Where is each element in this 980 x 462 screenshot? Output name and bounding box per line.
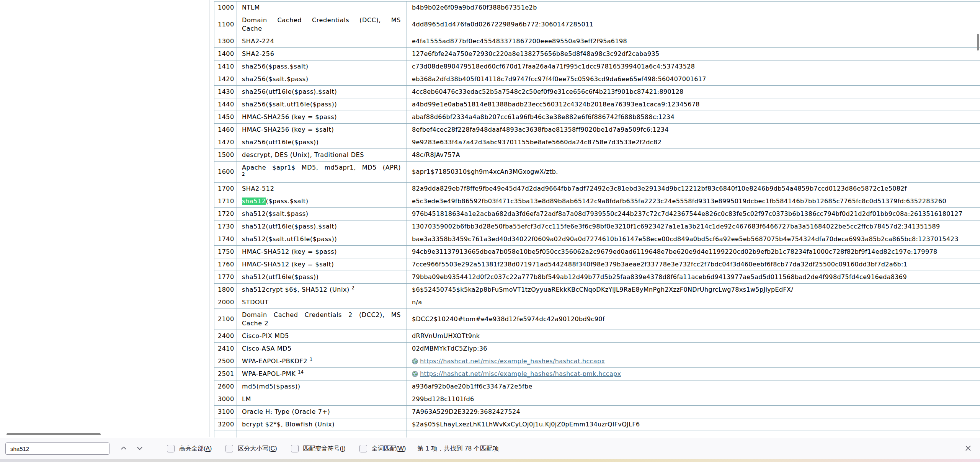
table-row: 1760HMAC-SHA512 (key = $salt)7cce966f550… [214,258,980,271]
table-row: 1100Domain Cached Credentials (DCC), MSC… [214,14,980,35]
mode-cell: 1440 [214,98,237,111]
table-row: 1430sha256(utf16le($pass).$salt)4cc8eb60… [214,86,980,98]
find-option-w[interactable]: 全词匹配(W) [359,445,406,453]
checkbox-icon[interactable] [359,445,367,452]
hash-value-cell: 48c/R8JAv757A [407,149,980,162]
table-row: 1400SHA2-256127e6fbfe24a750e72930c220a8e… [214,48,980,60]
table-row: 1730sha512(utf16le($pass).$salt)13070359… [214,220,980,233]
hash-name-cell [237,431,407,438]
mode-cell: 1000 [214,2,237,14]
mode-cell: 2600 [214,380,237,393]
hash-value-cell: $6$52450745$k5ka2p8bFuSmoVT1tzOyyuaREkkK… [407,284,980,296]
hash-name-cell: Domain Cached Credentials (DCC), MSCache [237,14,407,35]
hash-value-cell: 127e6fbfe24a750e72930c220a8e138275656b8e… [407,48,980,60]
hash-value-cell: 976b451818634a1e2acba682da3fd6efa72adf8a… [407,208,980,220]
hash-examples-table-wrap: 1000NTLMb4b9b02e6f09a9bd760f388b67351e2b… [214,1,980,438]
checkbox-icon[interactable] [167,445,175,452]
table-row: 1300SHA2-224e4fa1555ad877bf0ec4554833718… [214,35,980,48]
find-close-button[interactable] [962,442,975,455]
hash-value-cell: 7A963A529D2E3229:3682427524 [407,406,980,418]
find-option-a[interactable]: 高亮全部(A) [167,445,212,453]
hash-value-cell: 82a9dda829eb7f8ffe9fbe49e45d47d2dad9664f… [407,183,980,195]
table-row: 3200bcrypt $2*$, Blowfish (Unix)$2a$05$L… [214,418,980,431]
find-input[interactable] [5,442,109,455]
find-next-button[interactable] [133,442,146,455]
table-row: 1750HMAC-SHA512 (key = $pass)94cb9e31137… [214,246,980,258]
mode-cell: 1720 [214,208,237,220]
find-current-match: sha512 [242,198,266,205]
find-bar: 高亮全部(A)区分大小写(C)匹配变音符号(I)全词匹配(W) 第 1 项，共找… [0,438,980,459]
table-row: 1450HMAC-SHA256 (key = $pass)abaf88d66bf… [214,111,980,124]
mode-cell: 2400 [214,330,237,343]
checkbox-icon[interactable] [225,445,233,452]
hash-name-cell: WPA-EAPOL-PMK 14 [237,368,407,380]
checkbox-icon[interactable] [291,445,299,452]
hash-name-cell: Domain Cached Credentials 2 (DCC2), MSCa… [237,309,407,330]
bottom-edge-strip [0,459,980,462]
footnote-ref[interactable]: 2 [352,285,355,291]
checkbox-label: 区分大小写(C) [238,445,277,453]
hash-name-cell: sha256($salt.$pass) [237,73,407,86]
globe-icon [412,371,418,377]
external-link[interactable]: https://hashcat.net/misc/example_hashes/… [420,370,621,377]
table-row: 2501WPA-EAPOL-PMK 14https://hashcat.net/… [214,368,980,380]
find-option-i[interactable]: 匹配变音符号(I) [291,445,346,453]
hash-name-cell: HMAC-SHA512 (key = $pass) [237,246,407,258]
hash-name-cell: sha256(utf16le($pass).$salt) [237,86,407,98]
hash-name-cell: Cisco-PIX MD5 [237,330,407,343]
mode-cell: 1500 [214,149,237,162]
find-option-c[interactable]: 区分大小写(C) [225,445,277,453]
hash-value-cell: 8efbef4cec28f228fa948daaf4893ac3638fbae8… [407,124,980,136]
hash-value-cell: eb368a2dfd38b405f014118c7d9747fcc97f4f0e… [407,73,980,86]
hash-name-cell: sha512crypt $6$, SHA512 (Unix) 2 [237,284,407,296]
footnote-ref[interactable]: 1 [310,357,313,362]
hash-name-cell: sha512($pass.$salt) [237,195,407,208]
hash-value-cell: 4cc8eb60476c33edac52b5a7548c2c50ef0f9e31… [407,86,980,98]
vertical-scrollbar-thumb[interactable] [977,34,979,51]
mode-cell: 3100 [214,406,237,418]
hash-name-cell: LM [237,393,407,406]
hash-name-cell: sha512(utf16le($pass)) [237,271,407,284]
mode-cell: 1740 [214,233,237,246]
checkbox-label: 高亮全部(A) [179,445,212,453]
mode-cell: 1760 [214,258,237,271]
table-row: 3000LM299bd128c1101fd6 [214,393,980,406]
footnote-ref[interactable]: 2 [242,171,245,177]
mode-cell: 2500 [214,355,237,368]
hash-name-cell: WPA-EAPOL-PBKDF2 1 [237,355,407,368]
hash-value-cell: e4fa1555ad877bf0ec455483371867200eee8955… [407,35,980,48]
table-row: 1800sha512crypt $6$, SHA512 (Unix) 2$6$5… [214,284,980,296]
hash-value-cell: 79bba09eb9354412d0f2c037c22a777b8bf549ab… [407,271,980,284]
mode-cell: 1710 [214,195,237,208]
mode-cell: 2100 [214,309,237,330]
close-icon [964,444,972,453]
hash-name-cell: Oracle H: Type (Oracle 7+) [237,406,407,418]
hash-name-cell: Cisco-ASA MD5 [237,343,407,355]
hash-name-cell: sha512($salt.utf16le($pass)) [237,233,407,246]
find-previous-button[interactable] [117,442,130,455]
content-divider [209,0,209,437]
horizontal-scrollbar-thumb[interactable] [7,433,101,435]
table-row: 1000NTLMb4b9b02e6f09a9bd760f388b67351e2b [214,2,980,14]
mode-cell [214,431,237,438]
hash-name-cell: sha512(utf16le($pass).$salt) [237,220,407,233]
hash-name-cell: sha256($pass.$salt) [237,60,407,73]
hash-value-cell: n/a [407,296,980,309]
table-row: 1740sha512($salt.utf16le($pass))bae3a335… [214,233,980,246]
hash-name-cell: sha512($salt.$pass) [237,208,407,220]
hash-name-cell: descrypt, DES (Unix), Traditional DES [237,149,407,162]
hash-value-cell: a4bd99e1e0aba51814e81388badb23ecc560312c… [407,98,980,111]
hash-name-cell: SHA2-224 [237,35,407,48]
footnote-ref[interactable]: 14 [298,369,304,375]
hash-value-cell: https://hashcat.net/misc/example_hashes/… [407,355,980,368]
table-row: 1410sha256($pass.$salt)c73d08de890479518… [214,60,980,73]
mode-cell: 1420 [214,73,237,86]
table-row-partial [214,431,980,438]
mode-cell: 1300 [214,35,237,48]
table-row: 2000STDOUTn/a [214,296,980,309]
table-row: 1720sha512($salt.$pass)976b451818634a1e2… [214,208,980,220]
hash-value-cell: dRRVnUmUHXOTt9nk [407,330,980,343]
external-link[interactable]: https://hashcat.net/misc/example_hashes/… [420,358,605,365]
hash-examples-table: 1000NTLMb4b9b02e6f09a9bd760f388b67351e2b… [214,1,980,438]
mode-cell: 1700 [214,183,237,195]
